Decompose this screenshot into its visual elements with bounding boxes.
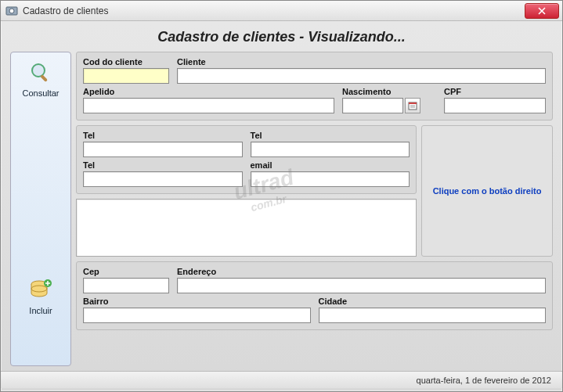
label-cidade: Cidade: [319, 297, 547, 306]
sidebar-item-label: Consultar: [22, 88, 59, 98]
panel-identification: Cod do cliente Cliente Apelido Nasciment…: [76, 52, 553, 120]
input-cidade[interactable]: [319, 307, 547, 323]
input-tel3[interactable]: [83, 171, 243, 187]
label-endereco: Endereço: [177, 267, 546, 276]
input-cliente[interactable]: [177, 68, 546, 84]
app-icon: [5, 5, 18, 17]
svg-point-2: [32, 64, 45, 77]
app-window: Cadastro de clientes Cadastro de cliente…: [0, 0, 563, 392]
close-button[interactable]: [525, 3, 559, 19]
sidebar-item-consultar[interactable]: Consultar: [22, 60, 59, 98]
panel-contacts: Tel Tel Tel: [76, 125, 417, 194]
label-bairro: Bairro: [83, 297, 311, 306]
input-bairro[interactable]: [83, 307, 311, 323]
svg-rect-3: [40, 74, 48, 82]
sidebar-item-label: Incluir: [29, 306, 52, 315]
context-hint-text: Clique com o botão direito: [433, 186, 542, 196]
input-tel2[interactable]: [251, 142, 410, 157]
window-title: Cadastro de clientes: [23, 5, 525, 16]
input-endereco[interactable]: [177, 278, 546, 293]
label-cod-cliente: Cod do cliente: [83, 57, 169, 67]
label-cep: Cep: [83, 267, 169, 276]
label-tel1: Tel: [83, 131, 243, 140]
database-add-icon: [28, 278, 53, 303]
input-email[interactable]: [251, 171, 410, 187]
titlebar: Cadastro de clientes: [1, 1, 562, 21]
statusbar: quarta-feira, 1 de fevereiro de 2012: [1, 371, 562, 388]
label-cpf: CPF: [444, 87, 546, 96]
input-cod-cliente[interactable]: [83, 68, 169, 84]
input-cep[interactable]: [83, 278, 169, 293]
label-apelido: Apelido: [83, 87, 334, 96]
label-tel3: Tel: [83, 160, 243, 170]
label-tel2: Tel: [251, 131, 410, 140]
label-email: email: [251, 160, 410, 170]
close-icon: [538, 7, 546, 15]
calendar-icon: [408, 101, 417, 110]
input-nascimento[interactable]: [342, 98, 403, 113]
sidebar: Consultar Incluir: [10, 52, 71, 366]
search-icon: [28, 60, 53, 85]
page-title: Cadastro de clientes - Visualizando...: [1, 21, 562, 52]
label-cliente: Cliente: [177, 57, 546, 67]
input-tel1[interactable]: [83, 142, 243, 157]
calendar-button[interactable]: [405, 98, 420, 113]
input-cpf[interactable]: [444, 98, 546, 113]
panel-address: Cep Endereço Bairro Cidade: [76, 261, 553, 330]
svg-point-1: [9, 9, 14, 13]
notes-area[interactable]: [76, 199, 417, 257]
label-nascimento: Nascimento: [342, 87, 436, 96]
form-content: Cod do cliente Cliente Apelido Nasciment…: [76, 52, 553, 366]
context-hint-box[interactable]: Clique com o botão direito: [421, 125, 553, 257]
svg-rect-8: [409, 102, 417, 104]
sidebar-item-incluir[interactable]: Incluir: [28, 278, 53, 315]
input-apelido[interactable]: [83, 98, 334, 113]
status-date: quarta-feira, 1 de fevereiro de 2012: [417, 376, 551, 385]
